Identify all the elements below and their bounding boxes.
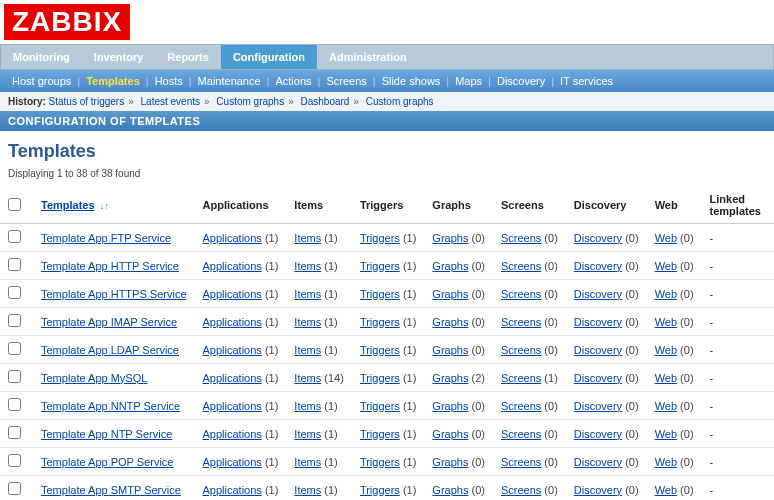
sub-tab-templates[interactable]: Templates <box>82 75 144 87</box>
screens-link[interactable]: Screens <box>501 428 541 440</box>
discovery-link[interactable]: Discovery <box>574 456 622 468</box>
template-name-link[interactable]: Template App FTP Service <box>41 232 171 244</box>
graphs-link[interactable]: Graphs <box>432 484 468 496</box>
web-link[interactable]: Web <box>655 372 677 384</box>
applications-link[interactable]: Applications <box>203 232 262 244</box>
discovery-link[interactable]: Discovery <box>574 400 622 412</box>
items-link[interactable]: Items <box>294 456 321 468</box>
web-link[interactable]: Web <box>655 456 677 468</box>
discovery-link[interactable]: Discovery <box>574 232 622 244</box>
history-link[interactable]: Custom graphs <box>366 96 434 107</box>
items-link[interactable]: Items <box>294 232 321 244</box>
select-all-checkbox[interactable] <box>8 198 21 211</box>
triggers-link[interactable]: Triggers <box>360 456 400 468</box>
web-link[interactable]: Web <box>655 428 677 440</box>
triggers-link[interactable]: Triggers <box>360 288 400 300</box>
row-checkbox[interactable] <box>8 286 21 299</box>
row-checkbox[interactable] <box>8 370 21 383</box>
history-link[interactable]: Status of triggers <box>49 96 125 107</box>
row-checkbox[interactable] <box>8 314 21 327</box>
discovery-link[interactable]: Discovery <box>574 372 622 384</box>
items-link[interactable]: Items <box>294 288 321 300</box>
row-checkbox[interactable] <box>8 258 21 271</box>
sub-tab-slide-shows[interactable]: Slide shows <box>378 75 445 87</box>
sub-tab-discovery[interactable]: Discovery <box>493 75 549 87</box>
main-tab-inventory[interactable]: Inventory <box>82 45 156 69</box>
row-checkbox[interactable] <box>8 230 21 243</box>
items-link[interactable]: Items <box>294 372 321 384</box>
items-link[interactable]: Items <box>294 484 321 496</box>
graphs-link[interactable]: Graphs <box>432 400 468 412</box>
graphs-link[interactable]: Graphs <box>432 344 468 356</box>
graphs-link[interactable]: Graphs <box>432 428 468 440</box>
history-link[interactable]: Latest events <box>141 96 200 107</box>
web-link[interactable]: Web <box>655 232 677 244</box>
applications-link[interactable]: Applications <box>203 428 262 440</box>
sort-templates-link[interactable]: Templates <box>41 199 95 211</box>
triggers-link[interactable]: Triggers <box>360 260 400 272</box>
screens-link[interactable]: Screens <box>501 372 541 384</box>
web-link[interactable]: Web <box>655 484 677 496</box>
screens-link[interactable]: Screens <box>501 316 541 328</box>
web-link[interactable]: Web <box>655 400 677 412</box>
applications-link[interactable]: Applications <box>203 288 262 300</box>
discovery-link[interactable]: Discovery <box>574 316 622 328</box>
web-link[interactable]: Web <box>655 316 677 328</box>
graphs-link[interactable]: Graphs <box>432 260 468 272</box>
discovery-link[interactable]: Discovery <box>574 260 622 272</box>
main-tab-configuration[interactable]: Configuration <box>221 45 317 69</box>
screens-link[interactable]: Screens <box>501 344 541 356</box>
graphs-link[interactable]: Graphs <box>432 316 468 328</box>
applications-link[interactable]: Applications <box>203 344 262 356</box>
template-name-link[interactable]: Template App LDAP Service <box>41 344 179 356</box>
graphs-link[interactable]: Graphs <box>432 456 468 468</box>
items-link[interactable]: Items <box>294 316 321 328</box>
items-link[interactable]: Items <box>294 344 321 356</box>
screens-link[interactable]: Screens <box>501 288 541 300</box>
applications-link[interactable]: Applications <box>203 400 262 412</box>
discovery-link[interactable]: Discovery <box>574 484 622 496</box>
discovery-link[interactable]: Discovery <box>574 344 622 356</box>
triggers-link[interactable]: Triggers <box>360 316 400 328</box>
graphs-link[interactable]: Graphs <box>432 288 468 300</box>
items-link[interactable]: Items <box>294 400 321 412</box>
sub-tab-it-services[interactable]: IT services <box>556 75 617 87</box>
col-templates-header[interactable]: Templates ↓↑ <box>33 187 195 224</box>
sub-tab-screens[interactable]: Screens <box>322 75 370 87</box>
sub-tab-maps[interactable]: Maps <box>451 75 486 87</box>
screens-link[interactable]: Screens <box>501 456 541 468</box>
screens-link[interactable]: Screens <box>501 260 541 272</box>
main-tab-administration[interactable]: Administration <box>317 45 419 69</box>
template-name-link[interactable]: Template App POP Service <box>41 456 173 468</box>
graphs-link[interactable]: Graphs <box>432 372 468 384</box>
screens-link[interactable]: Screens <box>501 484 541 496</box>
row-checkbox[interactable] <box>8 342 21 355</box>
sub-tab-host-groups[interactable]: Host groups <box>8 75 75 87</box>
main-tab-reports[interactable]: Reports <box>155 45 221 69</box>
row-checkbox[interactable] <box>8 454 21 467</box>
applications-link[interactable]: Applications <box>203 372 262 384</box>
applications-link[interactable]: Applications <box>203 316 262 328</box>
web-link[interactable]: Web <box>655 288 677 300</box>
triggers-link[interactable]: Triggers <box>360 400 400 412</box>
applications-link[interactable]: Applications <box>203 456 262 468</box>
sub-tab-maintenance[interactable]: Maintenance <box>194 75 265 87</box>
template-name-link[interactable]: Template App NTP Service <box>41 428 172 440</box>
row-checkbox[interactable] <box>8 426 21 439</box>
triggers-link[interactable]: Triggers <box>360 372 400 384</box>
template-name-link[interactable]: Template App HTTPS Service <box>41 288 187 300</box>
discovery-link[interactable]: Discovery <box>574 428 622 440</box>
history-link[interactable]: Custom graphs <box>216 96 284 107</box>
template-name-link[interactable]: Template App NNTP Service <box>41 400 180 412</box>
template-name-link[interactable]: Template App IMAP Service <box>41 316 177 328</box>
triggers-link[interactable]: Triggers <box>360 484 400 496</box>
sub-tab-actions[interactable]: Actions <box>271 75 315 87</box>
triggers-link[interactable]: Triggers <box>360 232 400 244</box>
history-link[interactable]: Dashboard <box>301 96 350 107</box>
template-name-link[interactable]: Template App MySQL <box>41 372 147 384</box>
applications-link[interactable]: Applications <box>203 484 262 496</box>
screens-link[interactable]: Screens <box>501 400 541 412</box>
row-checkbox[interactable] <box>8 398 21 411</box>
web-link[interactable]: Web <box>655 260 677 272</box>
applications-link[interactable]: Applications <box>203 260 262 272</box>
